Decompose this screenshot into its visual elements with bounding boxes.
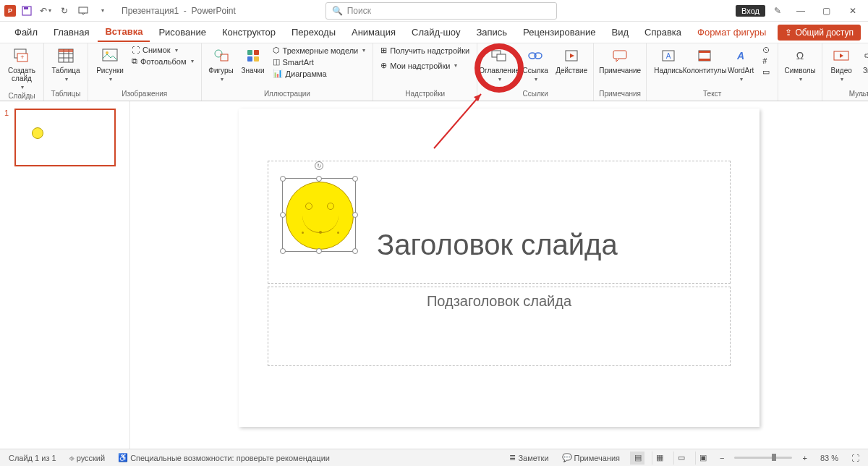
photo-album-button[interactable]: ⧉Фотоальбом▾	[129, 56, 197, 67]
smiley-shape[interactable]	[286, 182, 354, 250]
comment-button[interactable]: Примечание	[598, 45, 642, 76]
smartart-button[interactable]: ◫SmartArt	[270, 56, 369, 67]
close-button[interactable]: ✕	[842, 2, 864, 20]
tab-review[interactable]: Рецензирование	[516, 23, 603, 41]
zoom-button[interactable]: Оглавление▾	[482, 45, 516, 84]
svg-rect-1	[24, 7, 28, 9]
my-addins-button[interactable]: ⊕Мои надстройки▾	[378, 60, 472, 71]
tab-animations[interactable]: Анимация	[344, 23, 403, 41]
tab-transitions[interactable]: Переходы	[284, 23, 343, 41]
tab-format-shape[interactable]: Формат фигуры	[690, 23, 773, 41]
tab-home[interactable]: Главная	[46, 23, 96, 41]
chart-button[interactable]: 📊Диаграмма	[270, 68, 369, 79]
handle-b[interactable]	[316, 248, 322, 254]
zoom-nav-icon	[490, 46, 509, 65]
thumbnail-preview[interactable]	[14, 109, 116, 166]
number-icon: #	[762, 56, 767, 65]
sorter-view-button[interactable]: ▦	[652, 452, 666, 465]
action-button[interactable]: Действие	[554, 45, 589, 76]
handle-t[interactable]	[316, 176, 322, 182]
qat-more[interactable]: ▾	[94, 3, 110, 19]
present-from-start-button[interactable]	[75, 3, 91, 19]
audio-icon	[861, 46, 868, 65]
tab-view[interactable]: Вид	[604, 23, 636, 41]
pictures-button[interactable]: Рисунки▾	[93, 45, 127, 84]
3d-models-button[interactable]: ⬡Трехмерные модели▾	[270, 45, 369, 56]
slide-canvas[interactable]: Заголовок слайда Подзаголовок слайда ↻	[130, 101, 868, 449]
video-button[interactable]: Видео▾	[827, 45, 856, 84]
handle-tr[interactable]	[352, 176, 358, 182]
link-button[interactable]: Ссылка▾	[518, 45, 553, 84]
undo-button[interactable]: ↶▾	[38, 3, 54, 19]
sign-in-badge[interactable]: Вход	[736, 5, 765, 17]
audio-button[interactable]: Звук▾	[857, 45, 868, 84]
handle-tl[interactable]	[280, 176, 286, 182]
zoom-slider[interactable]	[734, 457, 792, 459]
tab-design[interactable]: Конструктор	[215, 23, 283, 41]
get-addins-button[interactable]: ⊞Получить надстройки	[378, 45, 472, 56]
search-input[interactable]: 🔍 Поиск	[326, 2, 557, 20]
maximize-button[interactable]: ▢	[816, 2, 838, 20]
icons-button[interactable]: Значки	[238, 45, 268, 76]
new-slide-button[interactable]: + Создать слайд▾	[4, 45, 39, 92]
comments-button[interactable]: 💬Примечания	[559, 452, 624, 464]
wordart-button[interactable]: A WordArt▾	[723, 45, 758, 84]
save-button[interactable]	[19, 3, 35, 19]
object-button[interactable]: ▭	[760, 67, 773, 77]
selected-shape[interactable]: ↻	[282, 178, 356, 252]
fit-button[interactable]: ⛶	[848, 452, 862, 464]
normal-view-button[interactable]: ▤	[630, 452, 644, 465]
tab-file[interactable]: Файл	[7, 23, 45, 41]
group-addins-label: Надстройки	[405, 90, 445, 99]
handle-br[interactable]	[352, 248, 358, 254]
svg-rect-18	[247, 56, 252, 62]
reading-view-button[interactable]: ▭	[673, 452, 688, 465]
svg-rect-30	[699, 59, 710, 61]
handle-l[interactable]	[280, 212, 286, 218]
slide-counter[interactable]: Слайд 1 из 1	[6, 452, 59, 464]
drawing-mode-icon[interactable]: ✎	[770, 3, 786, 19]
thumbnail-pane[interactable]: 1	[0, 101, 130, 449]
group-illustrations-label: Иллюстрации	[264, 90, 310, 99]
share-button[interactable]: ⇪Общий доступ	[778, 25, 861, 41]
album-icon: ⧉	[132, 56, 137, 66]
date-time-button[interactable]: ⏲	[760, 45, 773, 55]
textbox-button[interactable]: A Надпись	[651, 45, 686, 76]
thumbnail-slide-1[interactable]: 1	[4, 109, 125, 166]
accessibility-button[interactable]: ♿Специальные возможности: проверьте реко…	[115, 452, 333, 464]
header-footer-button[interactable]: Колонтитулы	[687, 45, 722, 76]
zoom-out-button[interactable]: −	[717, 452, 727, 464]
slide-number-button[interactable]: #	[760, 56, 773, 66]
tab-draw[interactable]: Рисование	[151, 23, 213, 41]
slideshow-view-button[interactable]: ▣	[695, 452, 710, 465]
screenshot-button[interactable]: ⛶Снимок▾	[129, 45, 197, 55]
tab-record[interactable]: Запись	[469, 23, 514, 41]
app-icon: P	[4, 5, 16, 17]
redo-button[interactable]: ↻	[56, 3, 72, 19]
ribbon-tabs: Файл Главная Вставка Рисование Конструкт…	[0, 22, 868, 43]
icons-icon	[244, 46, 263, 65]
thumbnail-shape	[32, 127, 43, 139]
minimize-button[interactable]: —	[790, 2, 812, 20]
handle-r[interactable]	[352, 212, 358, 218]
language-button[interactable]: ⎆русский	[67, 452, 108, 464]
zoom-in-button[interactable]: +	[799, 452, 809, 464]
group-comments-label: Примечания	[599, 90, 641, 99]
symbols-button[interactable]: Ω Символы▾	[783, 45, 817, 84]
rotation-handle[interactable]: ↻	[315, 161, 323, 170]
collapse-ribbon-button[interactable]: ⌄	[859, 90, 865, 98]
table-button[interactable]: Таблица▾	[48, 45, 83, 84]
group-symbols-label	[799, 90, 801, 99]
tab-slideshow[interactable]: Слайд-шоу	[404, 23, 467, 41]
shapes-button[interactable]: Фигуры▾	[206, 45, 237, 84]
shapes-icon	[212, 46, 231, 65]
zoom-level[interactable]: 83 %	[817, 452, 841, 464]
pictures-icon	[101, 46, 119, 65]
handle-bl[interactable]	[280, 248, 286, 254]
tab-insert[interactable]: Вставка	[98, 22, 150, 42]
slide[interactable]: Заголовок слайда Подзаголовок слайда ↻	[239, 109, 760, 427]
notes-button[interactable]: ≣Заметки	[506, 452, 551, 464]
subtitle-placeholder[interactable]: Подзаголовок слайда	[268, 287, 731, 366]
textbox-icon: A	[659, 46, 678, 65]
tab-help[interactable]: Справка	[637, 23, 689, 41]
